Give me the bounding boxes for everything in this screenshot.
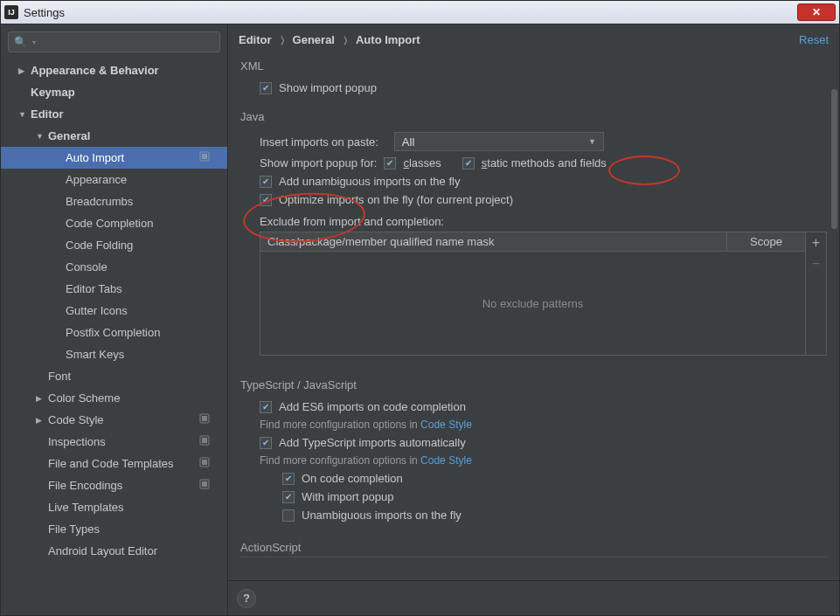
tree-item-general[interactable]: ▼General — [1, 125, 227, 147]
tree-arrow-icon: ▶ — [36, 416, 48, 425]
add-unambiguous-label: Add unambiguous imports on the fly — [279, 175, 460, 188]
tree-item-label: Inspections — [48, 435, 106, 448]
optimize-imports-checkbox[interactable] — [260, 194, 272, 206]
tree-item-label: Auto Import — [66, 151, 124, 164]
tree-item-label: Keymap — [31, 86, 75, 99]
add-es6-label: Add ES6 imports on code completion — [279, 400, 466, 413]
code-style-link[interactable]: Code Style — [420, 419, 472, 431]
add-ts-label: Add TypeScript imports automatically — [279, 436, 466, 449]
tree-item-label: Smart Keys — [66, 348, 124, 361]
tree-item-code-completion[interactable]: Code Completion — [1, 212, 227, 234]
breadcrumb-auto-import[interactable]: Auto Import — [356, 33, 420, 46]
exclude-label: Exclude from import and completion: — [240, 215, 827, 228]
chevron-down-icon: ▼ — [588, 137, 596, 146]
reset-link[interactable]: Reset — [799, 33, 829, 46]
tree-item-color-scheme[interactable]: ▶Color Scheme — [1, 387, 227, 409]
settings-panel: XML Show import popup Java Insert import… — [228, 54, 839, 580]
tree-item-appearance-behavior[interactable]: ▶Appearance & Behavior — [1, 59, 227, 81]
window-title: Settings — [24, 6, 797, 19]
add-exclude-button[interactable]: + — [808, 232, 825, 253]
tree-item-file-types[interactable]: File Types — [1, 518, 227, 540]
search-input[interactable]: 🔍 ▾ — [8, 31, 220, 52]
tree-item-label: Code Style — [48, 413, 104, 426]
close-button[interactable]: ✕ — [797, 3, 836, 21]
optimize-imports-label: Optimize imports on the fly (for current… — [279, 193, 513, 206]
tree-item-editor[interactable]: ▼Editor — [1, 103, 227, 125]
tree-item-label: Font — [48, 370, 71, 383]
tree-item-auto-import[interactable]: Auto Import — [1, 147, 227, 169]
project-scope-icon — [199, 435, 219, 448]
exclude-table: Class/package/member qualified name mask… — [240, 232, 827, 356]
insert-imports-select[interactable]: All ▼ — [394, 132, 604, 151]
remove-exclude-button[interactable]: − — [808, 253, 825, 274]
tree-item-label: General — [48, 129, 90, 142]
app-icon: IJ — [4, 5, 18, 19]
help-button[interactable]: ? — [237, 589, 256, 608]
exclude-col-name[interactable]: Class/package/member qualified name mask — [260, 232, 726, 251]
tree-item-code-style[interactable]: ▶Code Style — [1, 409, 227, 431]
unambiguous-ts-checkbox[interactable] — [282, 509, 295, 522]
tree-item-appearance[interactable]: Appearance — [1, 169, 227, 190]
svg-rect-5 — [202, 438, 207, 443]
tree-item-label: Editor Tabs — [66, 282, 122, 295]
breadcrumb-editor[interactable]: Editor — [239, 33, 272, 46]
tree-item-keymap[interactable]: Keymap — [1, 81, 227, 103]
static-checkbox[interactable] — [462, 157, 475, 170]
add-unambiguous-checkbox[interactable] — [260, 176, 272, 188]
tree-item-label: File Encodings — [48, 479, 122, 492]
xml-show-popup-checkbox[interactable] — [260, 82, 272, 94]
breadcrumb-general[interactable]: General — [293, 33, 335, 46]
sidebar: 🔍 ▾ ▶Appearance & BehaviorKeymap▼Editor▼… — [1, 24, 228, 615]
tree-item-label: Appearance — [66, 173, 127, 186]
tree-item-label: Postfix Completion — [66, 326, 160, 339]
chevron-right-icon: ❭ — [279, 35, 286, 45]
tree-item-file-and-code-templates[interactable]: File and Code Templates — [1, 453, 227, 474]
xml-show-popup-label: Show import popup — [279, 81, 377, 94]
classes-label: classes — [403, 156, 441, 170]
tree-item-console[interactable]: Console — [1, 256, 227, 278]
section-actionscript: ActionScript — [240, 541, 827, 557]
add-es6-checkbox[interactable] — [260, 401, 272, 413]
tree-item-font[interactable]: Font — [1, 365, 227, 387]
tree-item-postfix-completion[interactable]: Postfix Completion — [1, 322, 227, 343]
settings-tree: ▶Appearance & BehaviorKeymap▼Editor▼Gene… — [1, 59, 227, 615]
titlebar: IJ Settings ✕ — [0, 0, 840, 24]
tree-item-label: Breadcrumbs — [66, 195, 133, 208]
svg-rect-7 — [202, 460, 207, 465]
ts-help-text: Find more configuration options in Code … — [260, 454, 827, 467]
project-scope-icon — [199, 413, 219, 426]
show-popup-for-label: Show import popup for: — [260, 156, 377, 170]
tree-item-android-layout-editor[interactable]: Android Layout Editor — [1, 540, 227, 562]
exclude-col-scope[interactable]: Scope — [726, 232, 805, 251]
tree-arrow-icon: ▼ — [36, 132, 48, 141]
tree-item-editor-tabs[interactable]: Editor Tabs — [1, 278, 227, 300]
classes-checkbox[interactable] — [384, 157, 396, 170]
scrollbar[interactable] — [831, 89, 837, 229]
tree-item-smart-keys[interactable]: Smart Keys — [1, 343, 227, 365]
tree-arrow-icon: ▶ — [36, 394, 48, 403]
on-code-completion-label: On code completion — [302, 472, 403, 485]
on-code-completion-checkbox[interactable] — [282, 473, 295, 485]
project-scope-icon — [199, 479, 219, 492]
code-style-link[interactable]: Code Style — [420, 454, 472, 467]
tree-item-inspections[interactable]: Inspections — [1, 431, 227, 453]
tree-item-code-folding[interactable]: Code Folding — [1, 234, 227, 256]
section-java: Java — [240, 110, 827, 123]
section-xml: XML — [240, 59, 827, 73]
svg-rect-1 — [202, 154, 207, 159]
with-import-popup-checkbox[interactable] — [282, 491, 295, 503]
tree-item-live-templates[interactable]: Live Templates — [1, 496, 227, 518]
main-panel: Editor ❭ General ❭ Auto Import Reset XML… — [228, 24, 839, 615]
search-icon: 🔍 — [14, 36, 27, 48]
tree-item-label: File Types — [48, 523, 100, 536]
tree-item-breadcrumbs[interactable]: Breadcrumbs — [1, 190, 227, 212]
tree-item-gutter-icons[interactable]: Gutter Icons — [1, 300, 227, 322]
tree-item-file-encodings[interactable]: File Encodings — [1, 474, 227, 496]
tree-item-label: Android Layout Editor — [48, 544, 157, 557]
static-label: static methods and fields — [482, 156, 607, 170]
tree-item-label: Code Completion — [66, 217, 153, 230]
footer: ? — [228, 580, 839, 615]
tree-item-label: Console — [66, 260, 108, 273]
tree-item-label: Live Templates — [48, 501, 123, 514]
add-ts-checkbox[interactable] — [260, 437, 272, 449]
